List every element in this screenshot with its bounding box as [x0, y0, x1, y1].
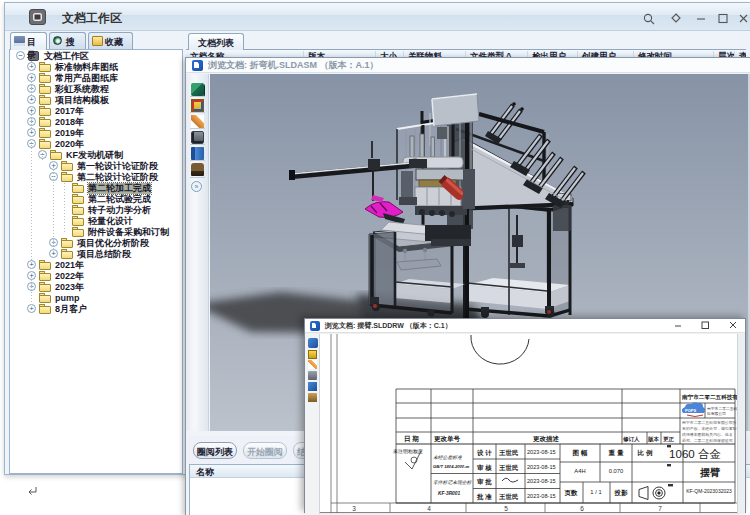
svg-text:必究。二零二五科技保留追究: 必究。二零二五科技保留追究	[682, 438, 733, 443]
svg-text:重 量: 重 量	[609, 449, 624, 456]
svg-text:王世民: 王世民	[498, 464, 519, 471]
svg-text:7: 7	[658, 505, 662, 512]
svg-text:更正: 更正	[663, 436, 675, 442]
svg-text:技有限公司: 技有限公司	[707, 411, 726, 416]
svg-text:2023-08-15: 2023-08-15	[527, 464, 556, 470]
svg-text:王世民: 王世民	[498, 493, 519, 500]
svg-text:1 / 1: 1 / 1	[590, 489, 601, 495]
svg-text:0.070: 0.070	[609, 468, 624, 474]
svg-text:更改单号: 更改单号	[434, 435, 461, 443]
svg-text:南宁市二零二五科技有限公司所: 南宁市二零二五科技有限公司所	[682, 420, 737, 425]
svg-text:投影: 投影	[614, 489, 629, 497]
svg-text:图 幅: 图 幅	[573, 449, 588, 457]
svg-text:零件标记未现企标: 零件标记未现企标	[433, 480, 473, 485]
svg-text:KF-QM-2023032023: KF-QM-2023032023	[686, 488, 732, 494]
svg-text:审 批: 审 批	[477, 478, 492, 486]
svg-text:6: 6	[580, 505, 584, 512]
svg-text:5: 5	[504, 505, 508, 512]
svg-text:4: 4	[427, 505, 431, 512]
svg-text:修订人: 修订人	[622, 436, 640, 443]
svg-text:KF-3R001: KF-3R001	[438, 491, 460, 496]
svg-text:审 核: 审 核	[477, 464, 492, 472]
svg-text:南宁市二零二五科: 南宁市二零二五科	[707, 406, 738, 411]
svg-text:日 期: 日 期	[404, 435, 419, 443]
svg-text:比 例: 比 例	[638, 449, 653, 457]
svg-text:POPS: POPS	[685, 408, 696, 413]
svg-text:2023-08-15: 2023-08-15	[527, 478, 556, 484]
svg-text:有的产权，未经许可，谫勾复制: 有的产权，未经许可，谫勾复制	[682, 426, 737, 431]
svg-text:或傳播本图样相关内容。违者: 或傳播本图样相关内容。违者	[682, 432, 733, 437]
svg-text:批 准: 批 准	[476, 493, 492, 501]
svg-text:1060 合金: 1060 合金	[669, 448, 721, 460]
svg-text:A4H: A4H	[574, 468, 585, 474]
svg-text:3: 3	[352, 505, 356, 512]
svg-text:更改描述: 更改描述	[533, 435, 560, 443]
svg-text:版本: 版本	[647, 436, 660, 443]
svg-text:2023-08-15: 2023-08-15	[527, 493, 556, 499]
svg-text:2023-08-15: 2023-08-15	[527, 449, 556, 455]
svg-text:GB/T 1804-2000-m: GB/T 1804-2000-m	[433, 464, 470, 469]
svg-text:南宁市二零二五科技有限: 南宁市二零二五科技有限	[681, 394, 739, 401]
svg-text:王世民: 王世民	[498, 449, 519, 456]
svg-text:未注明粗糗度: 未注明粗糗度	[393, 448, 423, 455]
svg-text:页数: 页数	[564, 489, 579, 497]
svg-text:未经公差标准: 未经公差标准	[433, 455, 463, 460]
svg-text:摆臂: 摆臂	[699, 467, 721, 478]
svg-text:设 计: 设 计	[476, 449, 492, 457]
